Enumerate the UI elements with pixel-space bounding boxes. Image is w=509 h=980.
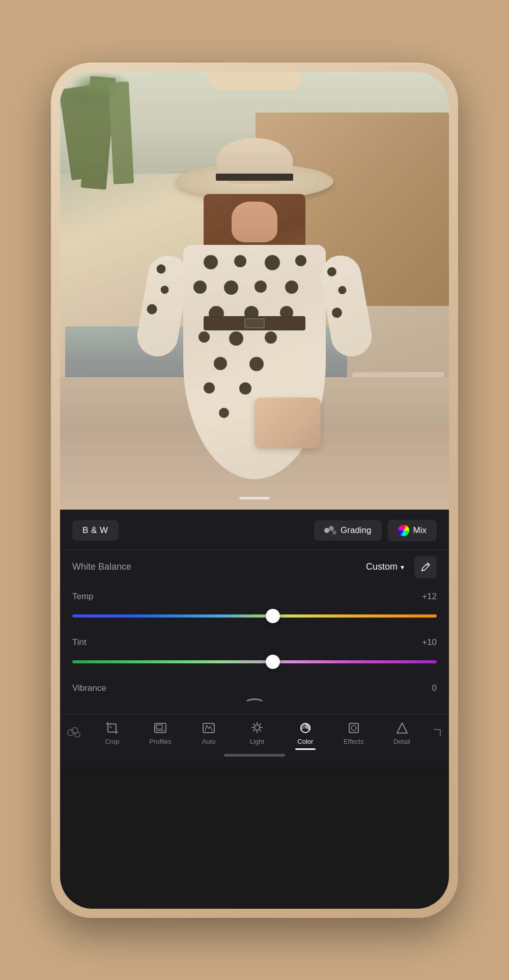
hat-band [216, 174, 293, 181]
vibrance-section: Vibrance 0 [60, 676, 449, 714]
dot [219, 408, 229, 418]
temp-label: Temp [72, 592, 94, 602]
dot [229, 331, 243, 346]
nav-partial-left [64, 720, 84, 743]
dot [249, 357, 264, 371]
dot [214, 357, 227, 370]
temp-header: Temp +12 [72, 592, 437, 602]
svg-point-4 [421, 570, 423, 571]
dot [285, 281, 298, 294]
dot [156, 263, 166, 274]
tint-label: Tint [72, 637, 87, 648]
eyedropper-icon [420, 562, 431, 572]
nav-item-light[interactable]: Light [237, 720, 277, 745]
profiles-label: Profiles [150, 738, 172, 745]
scroll-indicator [239, 497, 270, 499]
svg-rect-14 [156, 725, 162, 729]
vibrance-value: 0 [432, 683, 437, 693]
svg-point-2 [332, 530, 336, 535]
svg-point-0 [324, 528, 329, 533]
eyedropper-button[interactable] [414, 556, 437, 578]
belt [204, 316, 305, 330]
svg-line-25 [253, 730, 254, 731]
phone-frame: B & W Grading Mix [51, 63, 458, 918]
temp-thumb[interactable] [266, 609, 280, 623]
tint-track [72, 660, 437, 663]
dot [199, 331, 210, 343]
detail-icon [394, 720, 410, 736]
temp-track [72, 614, 437, 618]
dot [160, 285, 169, 294]
light-label: Light [250, 738, 264, 745]
temp-slider-container[interactable] [72, 609, 437, 623]
grading-dots-icon [324, 526, 336, 535]
face [232, 202, 277, 242]
light-icon [249, 720, 265, 736]
vibrance-label: Vibrance [72, 683, 106, 693]
dot [239, 382, 251, 395]
white-balance-selector[interactable]: Custom ▾ [366, 562, 404, 572]
dot [254, 281, 267, 293]
nav-item-effects[interactable]: Effects [333, 720, 374, 745]
nav-partial-right [430, 720, 445, 743]
white-balance-label: White Balance [72, 562, 131, 572]
tint-thumb[interactable] [266, 655, 280, 669]
tint-slider-container[interactable] [72, 655, 437, 669]
nav-item-color[interactable]: Color [285, 720, 326, 750]
auto-icon [201, 720, 216, 736]
dot [265, 255, 280, 270]
dot [204, 382, 215, 394]
svg-rect-8 [108, 724, 116, 732]
svg-point-28 [351, 725, 356, 731]
svg-line-23 [260, 730, 261, 731]
color-label: Color [297, 738, 313, 745]
nav-item-crop[interactable]: Crop [92, 720, 132, 745]
partial-right-icon [432, 725, 442, 740]
svg-line-22 [253, 723, 254, 724]
palm-fronds-2 [70, 72, 131, 97]
white-balance-row: White Balance Custom ▾ [60, 549, 449, 584]
dot [265, 331, 277, 344]
dot [193, 281, 207, 294]
detail-label: Detail [393, 738, 410, 745]
person [153, 143, 356, 510]
tint-value: +10 [422, 637, 437, 648]
grading-nav-icon [67, 725, 81, 740]
svg-line-3 [428, 563, 430, 565]
nav-item-detail[interactable]: Detail [382, 720, 422, 745]
svg-point-17 [254, 725, 260, 730]
dot [234, 255, 246, 267]
dot [326, 266, 337, 277]
effects-label: Effects [344, 738, 364, 745]
dot [337, 285, 347, 295]
crop-label: Crop [105, 738, 119, 745]
top-buttons-row: B & W Grading Mix [60, 510, 449, 549]
nav-item-auto[interactable]: Auto [188, 720, 229, 745]
grading-button[interactable]: Grading [314, 520, 381, 541]
chevron-down-icon: ▾ [401, 563, 404, 571]
bw-button[interactable]: B & W [72, 520, 119, 541]
mix-button[interactable]: Mix [388, 520, 437, 541]
dot [204, 255, 218, 269]
white-balance-value: Custom [366, 562, 398, 572]
rainbow-icon [398, 525, 409, 536]
belt-buckle [244, 318, 265, 328]
tint-slider-section: Tint +10 [60, 630, 449, 676]
dot [146, 303, 158, 315]
color-icon [298, 720, 313, 736]
photo-background [60, 72, 449, 510]
grading-icon [324, 526, 336, 535]
dot [331, 306, 343, 318]
nav-items: Crop Profiles [60, 720, 449, 750]
svg-rect-27 [349, 723, 358, 733]
dot [224, 281, 238, 295]
processing-arc [244, 698, 265, 709]
auto-label: Auto [202, 738, 216, 745]
tint-header: Tint +10 [72, 637, 437, 648]
nav-item-profiles[interactable]: Profiles [140, 720, 181, 745]
vibrance-header: Vibrance 0 [72, 683, 437, 693]
dot [295, 255, 306, 266]
handbag [254, 398, 321, 449]
active-indicator [295, 748, 316, 750]
svg-line-24 [260, 723, 261, 724]
